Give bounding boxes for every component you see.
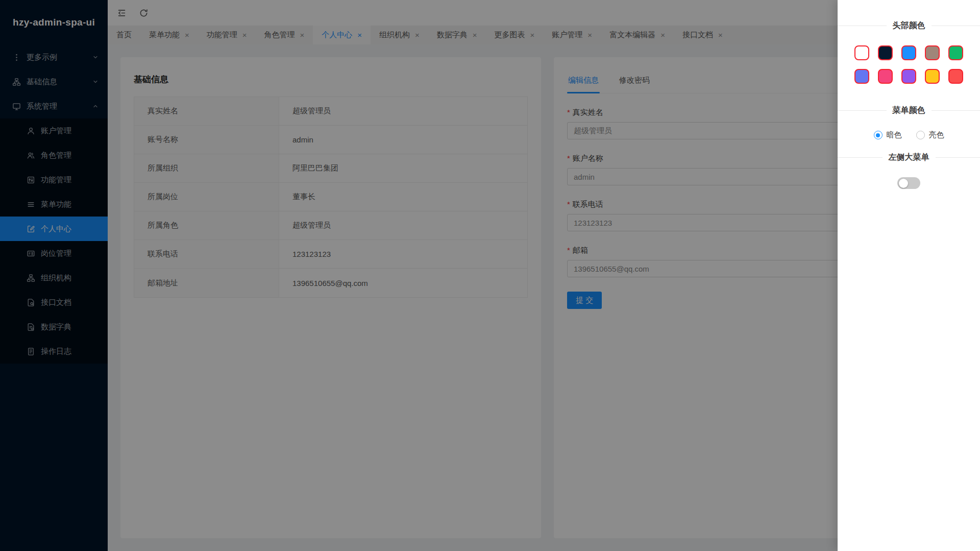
radio-dark-menu[interactable]: 暗色: [874, 130, 902, 140]
color-swatch-purple[interactable]: [901, 69, 916, 84]
radio-icon: [874, 131, 883, 139]
color-swatch-dark-navy[interactable]: [878, 45, 893, 60]
section-header-color: 头部颜色: [838, 20, 980, 31]
big-menu-toggle[interactable]: [897, 177, 920, 189]
color-swatch-periwinkle[interactable]: [854, 69, 869, 84]
color-swatch-white[interactable]: [854, 45, 869, 60]
toggle-knob: [899, 179, 908, 188]
color-swatch-red[interactable]: [948, 69, 963, 84]
color-swatch-yellow[interactable]: [925, 69, 940, 84]
drawer-mask[interactable]: [0, 0, 980, 551]
radio-icon: [916, 131, 925, 139]
section-menu-color: 菜单颜色: [838, 105, 980, 116]
section-title: 头部颜色: [893, 20, 925, 31]
section-title: 左侧大菜单: [889, 152, 929, 163]
radio-light-menu[interactable]: 亮色: [916, 130, 944, 140]
color-swatch-brown[interactable]: [925, 45, 940, 60]
color-swatch-blue[interactable]: [901, 45, 916, 60]
menu-color-options: 暗色 亮色: [838, 130, 980, 140]
section-big-menu: 左侧大菜单: [838, 152, 980, 163]
header-color-swatches: [838, 45, 980, 84]
color-swatch-pink[interactable]: [878, 69, 893, 84]
section-title: 菜单颜色: [893, 105, 925, 116]
radio-label: 亮色: [929, 130, 944, 140]
color-swatch-green[interactable]: [948, 45, 963, 60]
app-window: hzy-admin-spa-ui 更多示例 基础信息 系统管理: [0, 0, 980, 551]
radio-label: 暗色: [887, 130, 902, 140]
settings-drawer: 头部颜色 菜单颜色 暗色 亮色: [838, 0, 980, 551]
